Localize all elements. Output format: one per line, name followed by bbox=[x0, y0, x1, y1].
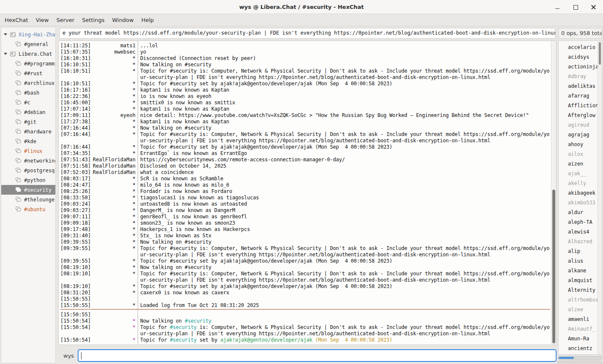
message-input[interactable] bbox=[78, 349, 557, 362]
userlist-item[interactable]: Alternity bbox=[559, 285, 602, 295]
timestamp: [07:16:44] bbox=[60, 125, 91, 131]
sidebar-item-debian[interactable]: #debian bbox=[1, 107, 55, 117]
userlist-item[interactable]: alzee bbox=[559, 305, 602, 315]
userlist-item[interactable]: almquist bbox=[559, 276, 602, 285]
menu-help[interactable]: Help bbox=[138, 15, 158, 25]
topic-input[interactable]: e your threat model https://ssd.eff.org/… bbox=[59, 28, 556, 39]
chat-scrollbar[interactable] bbox=[551, 41, 556, 345]
menu-view[interactable]: View bbox=[32, 15, 53, 25]
timestamp: [16:10:51] bbox=[60, 68, 91, 81]
sidebar-item-kde[interactable]: #kde bbox=[1, 136, 55, 146]
chat-scrollbar-thumb[interactable] bbox=[552, 190, 555, 343]
nick: mats1 bbox=[120, 43, 138, 49]
sidebar-item-linux[interactable]: #linux bbox=[1, 146, 55, 156]
user-list-scrollbar-thumb[interactable] bbox=[599, 42, 601, 65]
userlist-item[interactable]: altrhombus bbox=[559, 295, 602, 305]
sidebar-item-hardware[interactable]: #hardware bbox=[1, 127, 55, 136]
user-list-scrollbar[interactable] bbox=[598, 41, 602, 354]
menu-settings[interactable]: Settings bbox=[78, 15, 108, 25]
userlist-item[interactable]: aldur bbox=[559, 208, 602, 217]
sidebar-item-label: ##rust bbox=[24, 71, 42, 76]
nick: * bbox=[133, 182, 138, 188]
sidebar-item-label: #ubuntu bbox=[24, 206, 46, 212]
userlist-item[interactable]: Alhazred bbox=[559, 237, 602, 247]
userlist-item[interactable]: ancientz bbox=[559, 344, 602, 353]
userlist-item[interactable]: Afterglow bbox=[559, 111, 602, 120]
chat-line: [16:10:31]*Disconnected (Connection rese… bbox=[60, 55, 550, 62]
sidebar-item-security[interactable]: #security bbox=[1, 185, 55, 195]
chat-line: [09:03:24]*untoasted8 is now known as un… bbox=[60, 201, 550, 207]
chat-line: [09:39:55]*Now talking on #security bbox=[60, 239, 550, 245]
userlist-item[interactable]: akelly bbox=[559, 179, 602, 188]
sidebar-item-python[interactable]: #python bbox=[1, 175, 55, 185]
sidebar-item-label: #archlinux bbox=[24, 80, 54, 86]
userlist-item[interactable]: Aminautf_ bbox=[559, 324, 602, 334]
maximize-icon[interactable] bbox=[573, 5, 578, 10]
chat-line: [08:19:10]*Topic for #security is: Compu… bbox=[60, 271, 550, 283]
menu-window[interactable]: Window bbox=[108, 15, 137, 25]
userlist-item[interactable]: aizen bbox=[559, 159, 602, 169]
sidebar-item-thelounge[interactable]: #thelounge bbox=[1, 195, 55, 204]
userlist-item[interactable]: amaenli bbox=[559, 315, 602, 324]
timestamp: [07:34:35] bbox=[60, 150, 91, 157]
sidebar-item-git[interactable]: #git bbox=[1, 117, 55, 127]
menu-server[interactable]: Server bbox=[52, 15, 78, 25]
userlist-item[interactable]: alius bbox=[559, 256, 602, 266]
window-title: wys @ Libera.Chat / #security - HexChat bbox=[239, 4, 364, 10]
userlist-hscrollbar-track[interactable] bbox=[557, 361, 603, 364]
sidebar-item-archlinux[interactable]: #archlinux bbox=[1, 78, 55, 88]
userlist-item[interactable]: Adbray bbox=[559, 72, 602, 81]
userlist-hscrollbar[interactable] bbox=[557, 356, 603, 360]
userlist-item[interactable]: akimbo533 bbox=[559, 198, 602, 208]
nick: * bbox=[133, 271, 138, 283]
userlist-item[interactable]: ajak__ bbox=[559, 169, 602, 179]
minimize-icon[interactable] bbox=[555, 5, 560, 10]
userlist-item[interactable]: alewis4 bbox=[559, 227, 602, 237]
expander-icon[interactable] bbox=[4, 53, 7, 57]
timestamp: [15:50:54] bbox=[60, 337, 91, 343]
userlist-item[interactable]: actioninja bbox=[559, 62, 602, 72]
message-text: smittix0 is now known as smittix bbox=[140, 100, 550, 106]
userlist-item[interactable]: aleph-TA bbox=[559, 217, 602, 227]
sidebar-item-programming[interactable]: ##programming bbox=[1, 59, 55, 68]
userlist-item[interactable]: Affliction bbox=[559, 101, 602, 111]
userlist-item[interactable]: adeliktas bbox=[559, 81, 602, 91]
sidebar-item-postgresql[interactable]: #postgresql bbox=[1, 166, 55, 175]
nick: * bbox=[133, 195, 138, 201]
message-text: Now talking on #security bbox=[140, 125, 550, 131]
userlist-item[interactable]: ahooy bbox=[559, 140, 602, 149]
sidebar-item-xing-hai-zhan[interactable]: Xing-Hai-Zhan bbox=[1, 30, 55, 39]
chat-line: [08:19:10]*Now talking on #security bbox=[60, 264, 550, 271]
nick: * bbox=[133, 226, 138, 233]
userlist-item[interactable]: ailox bbox=[559, 149, 602, 159]
sidebar-item-bash[interactable]: #bash bbox=[1, 88, 55, 98]
userlist-item[interactable]: agireud bbox=[559, 120, 602, 130]
timestamp: [09:17:48] bbox=[60, 226, 91, 233]
expander-icon[interactable] bbox=[4, 33, 7, 37]
userlist-item[interactable]: alkane bbox=[559, 266, 602, 276]
sidebar-item-rust[interactable]: ##rust bbox=[1, 68, 55, 78]
chat-line: [15:50:54]*Now talking on #security bbox=[60, 318, 550, 324]
userlist-item[interactable]: alip bbox=[559, 247, 602, 256]
chat-line: [14:11:25]mats1...lol bbox=[60, 43, 550, 49]
sidebar-item-libera.chat[interactable]: Libera.Chat bbox=[1, 49, 55, 59]
userlist-item[interactable]: acidsys bbox=[559, 52, 602, 62]
userlist-hscrollbar-thumb[interactable] bbox=[559, 357, 574, 359]
nick-label[interactable]: wys bbox=[58, 353, 78, 359]
userlist-item[interactable]: accelario bbox=[559, 43, 602, 52]
close-icon[interactable] bbox=[591, 5, 596, 10]
userlist-item[interactable]: akibageek bbox=[559, 188, 602, 198]
sidebar-item-ubuntu[interactable]: #ubuntu bbox=[1, 204, 55, 214]
menu-hexchat[interactable]: HexChat bbox=[1, 15, 32, 25]
userlist-item[interactable]: agrajag bbox=[559, 130, 602, 140]
sidebar-item-label: Libera.Chat bbox=[19, 51, 52, 57]
userlist-item[interactable]: Amun-Ra bbox=[559, 334, 602, 344]
userlist-item[interactable]: afarrag bbox=[559, 91, 602, 101]
sidebar-item-c[interactable]: #c bbox=[1, 98, 55, 107]
sidebar-item-networking[interactable]: #networking bbox=[1, 156, 55, 166]
message-text: Topic for #security set by ajak!ajak@gen… bbox=[140, 283, 550, 290]
message-text: https://cybersecuritynews.com/remote-acc… bbox=[140, 157, 550, 163]
chat-line: [09:17:48]*Hackerpcs_1 is now known as H… bbox=[60, 226, 550, 233]
message-text: Topic for #security is: Computer, Networ… bbox=[140, 68, 550, 81]
sidebar-item-general[interactable]: #general bbox=[1, 39, 55, 49]
